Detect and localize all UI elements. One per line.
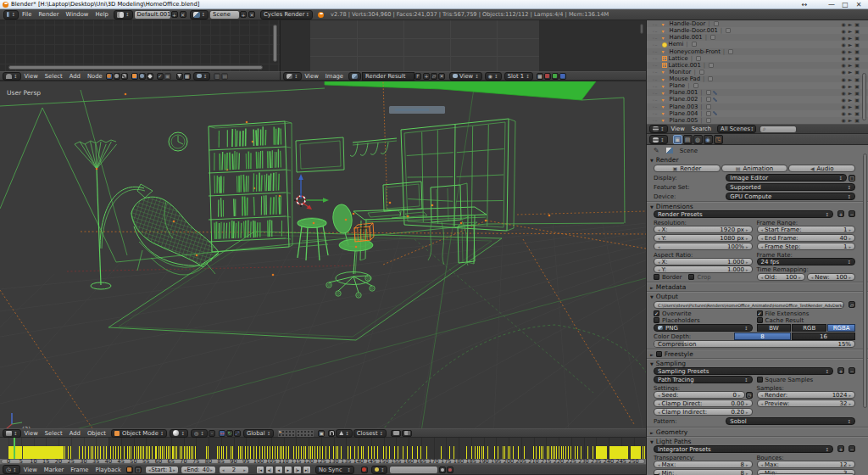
expand-icon[interactable]: ◦– (652, 62, 658, 68)
sampling-presets-remove-button[interactable]: − (849, 367, 855, 374)
image-pin-button[interactable]: ◉↕ (485, 72, 502, 81)
sync-select[interactable]: No Sync↕ (315, 466, 354, 474)
hide-toggle[interactable]: ◉ (841, 21, 845, 27)
outliner-item-mouse pad[interactable]: ◦–▾Mouse Pad|◉►▣ (647, 75, 868, 82)
properties-tab-render-layers[interactable]: ▤ (683, 135, 693, 144)
panel-header-freestyle[interactable]: ►Freestyle (650, 350, 693, 358)
frame-step-field[interactable]: ◂Frame Step:1▸ (757, 243, 856, 250)
menu-render[interactable]: Render (35, 11, 62, 18)
selectable-toggle[interactable]: ► (849, 83, 853, 89)
render-toggle[interactable]: ▣ (854, 97, 860, 103)
sampling-presets-add-button[interactable]: + (837, 367, 844, 374)
render-engine-select[interactable]: Cycles Render↕ (260, 10, 313, 20)
channel-color-alpha-button[interactable]: ▦ (537, 73, 543, 80)
end-frame-field[interactable]: ◂End:40▸ (181, 466, 216, 474)
play-button[interactable]: ▸ (284, 466, 292, 474)
output-path-field[interactable]: C:\Users\steve\Pictures\Renders\HomeOffi… (654, 301, 844, 309)
timeline-menu-frame[interactable]: Frame (70, 467, 88, 473)
integrator-presets-select[interactable]: Integrator Presets↕ (654, 445, 833, 453)
open-image-button[interactable]: ▱ (431, 73, 437, 80)
render-toggle[interactable]: ▣ (854, 117, 860, 123)
insert-keyframe-button[interactable] (439, 467, 446, 473)
panel-header-metadata[interactable]: ►Metadata (650, 283, 686, 291)
render-toggle[interactable]: ▣ (854, 83, 860, 89)
end-frame-field[interactable]: ◂End Frame:40▸ (757, 234, 856, 242)
timeline-band[interactable] (0, 438, 646, 459)
snap-node-mode-button[interactable]: ▦ (184, 73, 191, 80)
lock-time-toggle[interactable]: ▢ (135, 467, 142, 473)
delete-keyframe-button[interactable] (447, 467, 453, 473)
paste-node-button[interactable]: ▤ (221, 73, 228, 80)
channels-rgba-button[interactable]: RGBA (827, 324, 855, 332)
outliner-item-hemi[interactable]: ◦–Hemi|◉►▣ (647, 41, 868, 48)
opengl-render-button[interactable] (391, 430, 401, 437)
panel-header-sampling[interactable]: ▼Sampling (650, 360, 686, 367)
manipulator-translate-toggle[interactable]: ↔ (219, 430, 225, 437)
expand-icon[interactable]: ◦– (652, 90, 658, 96)
viewport-menu-select[interactable]: Select (45, 430, 63, 437)
expand-icon[interactable]: ◦– (652, 48, 658, 54)
selectable-toggle[interactable]: ► (849, 117, 853, 123)
pivot-select[interactable]: ◎↕ (191, 429, 208, 438)
opengl-render-anim-button[interactable] (402, 430, 412, 437)
integrator-presets-remove-button[interactable]: − (849, 445, 855, 452)
panel-header-output[interactable]: ▼Output (650, 293, 678, 300)
outliner-menu-view[interactable]: View (671, 126, 685, 132)
outliner-menu-search[interactable]: Search (692, 126, 711, 132)
channels-rgb-button[interactable]: RGB (792, 324, 826, 332)
selectable-toggle[interactable]: ► (849, 97, 853, 103)
screen-layout-field[interactable]: Default.001 (134, 10, 171, 20)
sampling-presets-select[interactable]: Sampling Presets↕ (654, 367, 833, 375)
expand-icon[interactable]: ◦– (652, 35, 658, 41)
selectable-toggle[interactable]: ► (849, 103, 853, 109)
aspect-y-field[interactable]: ◂Y:1.000▸ (654, 265, 753, 273)
properties-tab-render[interactable]: ▣ (673, 135, 682, 144)
render-toggle[interactable]: ▣ (854, 103, 860, 109)
hide-toggle[interactable]: ◉ (841, 90, 845, 96)
hide-toggle[interactable]: ◉ (841, 35, 845, 41)
texture-nodes-toggle[interactable] (121, 73, 128, 80)
orientation-select[interactable]: Global↕ (243, 429, 274, 438)
lock-to-scene-toggle[interactable]: ▣ (318, 430, 325, 437)
slot-select[interactable]: Slot 1↕ (504, 72, 533, 81)
selectable-toggle[interactable]: ► (849, 90, 853, 96)
lock-interface-toggle[interactable]: ▢ (849, 175, 855, 182)
image-editor-vscrollbar[interactable] (640, 24, 643, 34)
channel-green-button[interactable] (552, 73, 559, 80)
compression-slider[interactable]: Compression15% (654, 340, 855, 348)
image-datablock-icon[interactable] (348, 72, 361, 81)
hide-toggle[interactable]: ◉ (841, 62, 845, 68)
expand-icon[interactable]: ◦– (652, 83, 658, 89)
object-shader-toggle[interactable] (131, 73, 138, 80)
editor-type-timeline-button[interactable]: ◷↕ (3, 465, 20, 474)
add-layout-button[interactable]: + (171, 11, 178, 18)
selectable-toggle[interactable]: ► (849, 62, 853, 68)
selectable-toggle[interactable]: ► (849, 35, 853, 41)
selectable-toggle[interactable]: ► (849, 110, 853, 116)
hide-toggle[interactable]: ◉ (841, 69, 845, 75)
render-toggle[interactable]: ▣ (854, 28, 860, 34)
channel-blue-button[interactable] (559, 73, 566, 80)
outliner-item-honeycomb-front[interactable]: ◦–▾Honeycomb-Front|◉►▣ (647, 48, 868, 55)
record-button[interactable] (361, 467, 368, 473)
viewport-menu-view[interactable]: View (25, 430, 38, 437)
hide-toggle[interactable]: ◉ (841, 110, 845, 116)
new-image-button[interactable]: + (423, 73, 430, 80)
expand-icon[interactable]: ◦– (652, 28, 658, 34)
samples-preview-field[interactable]: ◂Preview:32▸ (757, 400, 856, 407)
outliner-item-plane.004[interactable]: ◦–▾Plane.004|◉►▣ (647, 110, 868, 117)
selectable-toggle[interactable]: ► (849, 76, 853, 82)
timeline-menu-marker[interactable]: Marker (44, 467, 64, 473)
outliner-item-plane.003[interactable]: ◦–▾Plane.003|◉►▣ (647, 103, 868, 110)
outliner-vscrollbar[interactable] (862, 73, 866, 120)
expand-icon[interactable]: ◦– (652, 103, 658, 109)
render-toggle[interactable]: ▣ (854, 62, 860, 68)
aspect-x-field[interactable]: ◂X:1.000▸ (654, 258, 753, 265)
render-toggle[interactable]: ▣ (854, 48, 860, 54)
layer-toggle[interactable] (292, 433, 295, 437)
properties-tab-object[interactable]: ◳ (714, 135, 723, 144)
border-checkbox[interactable]: Border (654, 274, 682, 281)
layers-widget[interactable] (278, 430, 314, 437)
delete-scene-button[interactable]: ✕ (248, 11, 255, 18)
expand-icon[interactable]: ◦– (652, 76, 658, 82)
